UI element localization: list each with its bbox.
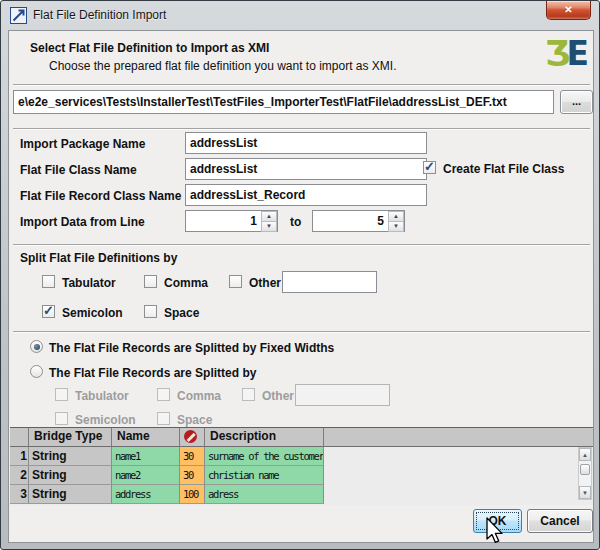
records-other-input [295, 384, 390, 406]
cell-name[interactable]: name2 [112, 466, 180, 485]
splitted-by-radio-label: The Flat File Records are Splitted by [49, 366, 256, 380]
table-header-row: Bridge Type Name Description [10, 428, 593, 447]
browse-button[interactable]: ... [560, 90, 593, 114]
scroll-down-icon[interactable]: ▼ [579, 486, 591, 499]
records-semicolon-checkbox: ✓ [55, 412, 68, 425]
col-rownum [10, 428, 29, 447]
split-other-label: Other [249, 276, 281, 290]
records-semicolon-label: Semicolon [75, 413, 136, 427]
check-icon: ✓ [43, 303, 54, 318]
to-line-value[interactable]: 5 [313, 211, 388, 231]
dialog-content: Select Flat File Definition to Import as… [8, 30, 594, 543]
cell-bridge-type[interactable]: String [29, 447, 112, 466]
scroll-up-icon[interactable]: ▲ [579, 448, 591, 461]
row-filler [324, 447, 593, 466]
table-row: 1 String name1 30 surname of the custome… [10, 447, 593, 466]
from-line-spinner[interactable]: 1 ▲ ▼ [185, 210, 278, 232]
row-filler [324, 466, 593, 485]
close-button[interactable]: ✕ [546, 1, 591, 20]
col-width [180, 428, 205, 447]
header-filler [324, 428, 593, 447]
mouse-cursor [480, 516, 504, 546]
cancel-button[interactable]: Cancel [527, 509, 593, 533]
splitted-by-radio[interactable] [30, 365, 43, 378]
spin-up-icon[interactable]: ▲ [388, 211, 404, 221]
split-space-checkbox[interactable]: ✓ [144, 305, 157, 318]
table-row: 3 String address 100 adress [10, 485, 593, 504]
records-space-checkbox: ✓ [157, 412, 170, 425]
dialog-window: Flat File Definition Import ✕ Select Fla… [0, 0, 600, 550]
split-tabulator-label: Tabulator [62, 276, 116, 290]
from-line-value[interactable]: 1 [186, 211, 261, 231]
e2e-logo-icon: ƷE [545, 37, 585, 71]
records-other-label: Other [262, 389, 294, 403]
row-number: 1 [10, 447, 29, 466]
records-tabulator-checkbox: ✓ [55, 388, 68, 401]
cell-name[interactable]: name1 [112, 447, 180, 466]
cell-description[interactable]: adress [205, 485, 324, 504]
row-filler [324, 485, 593, 504]
col-name: Name [112, 428, 180, 447]
app-icon [10, 7, 27, 24]
records-comma-label: Comma [177, 389, 221, 403]
cell-bridge-type[interactable]: String [29, 466, 112, 485]
fixed-widths-radio[interactable] [30, 340, 43, 353]
split-tabulator-checkbox[interactable]: ✓ [42, 275, 55, 288]
split-other-input[interactable] [282, 271, 377, 293]
split-comma-label: Comma [164, 276, 208, 290]
check-icon: ✓ [424, 159, 435, 174]
split-definitions-title: Split Flat File Definitions by [20, 251, 177, 265]
flat-file-record-class-name-label: Flat File Record Class Name [20, 189, 181, 203]
import-package-name-input[interactable]: addressList [185, 132, 427, 154]
split-semicolon-label: Semicolon [62, 306, 123, 320]
to-line-spinner[interactable]: 5 ▲ ▼ [312, 210, 405, 232]
divider [13, 128, 590, 130]
cell-description[interactable]: christian name [205, 466, 324, 485]
divider [13, 331, 590, 333]
row-number: 2 [10, 466, 29, 485]
flat-file-record-class-name-input[interactable]: addressList_Record [185, 184, 427, 206]
records-comma-checkbox: ✓ [157, 388, 170, 401]
flat-file-class-name-input[interactable]: addressList [185, 158, 427, 180]
records-other-checkbox: ✓ [242, 388, 255, 401]
records-space-label: Space [177, 413, 212, 427]
definition-table: Bridge Type Name Description 1 String na… [10, 427, 593, 505]
spin-down-icon[interactable]: ▼ [388, 221, 404, 232]
divider [13, 244, 590, 246]
spin-down-icon[interactable]: ▼ [261, 221, 277, 232]
window-title: Flat File Definition Import [33, 8, 166, 22]
close-icon: ✕ [564, 4, 572, 15]
divider [13, 84, 590, 86]
cell-name[interactable]: address [112, 485, 180, 504]
cell-bridge-type[interactable]: String [29, 485, 112, 504]
cell-width[interactable]: 30 [180, 466, 205, 485]
split-other-checkbox[interactable]: ✓ [229, 275, 242, 288]
cell-width[interactable]: 100 [180, 485, 205, 504]
flat-file-class-name-label: Flat File Class Name [20, 163, 137, 177]
spin-up-icon[interactable]: ▲ [261, 211, 277, 221]
fixed-widths-radio-label: The Flat File Records are Splitted by Fi… [49, 341, 334, 355]
table-row: 2 String name2 30 christian name [10, 466, 593, 485]
col-bridge-type: Bridge Type [29, 428, 112, 447]
no-entry-icon [184, 430, 197, 443]
split-semicolon-checkbox[interactable]: ✓ [42, 305, 55, 318]
file-path-input[interactable]: e\e2e_services\Tests\InstallerTest\TestF… [13, 90, 554, 114]
cell-width[interactable]: 30 [180, 447, 205, 466]
import-package-name-label: Import Package Name [20, 137, 145, 151]
records-tabulator-label: Tabulator [75, 389, 129, 403]
table-scrollbar[interactable]: ▲ ▼ [578, 447, 592, 500]
scrollbar-thumb[interactable] [580, 464, 590, 475]
split-space-label: Space [164, 306, 199, 320]
cell-description[interactable]: surname of the customer [205, 447, 324, 466]
split-comma-checkbox[interactable]: ✓ [144, 275, 157, 288]
import-data-from-line-label: Import Data from Line [20, 215, 145, 229]
col-description: Description [205, 428, 324, 447]
create-flat-file-class-checkbox[interactable]: ✓ [423, 161, 436, 174]
row-number: 3 [10, 485, 29, 504]
page-title: Select Flat File Definition to Import as… [30, 41, 269, 55]
page-subtitle: Choose the prepared flat file definition… [49, 59, 397, 73]
create-flat-file-class-label: Create Flat File Class [443, 162, 564, 176]
title-bar[interactable]: Flat File Definition Import ✕ [1, 1, 599, 30]
to-label: to [290, 215, 301, 229]
